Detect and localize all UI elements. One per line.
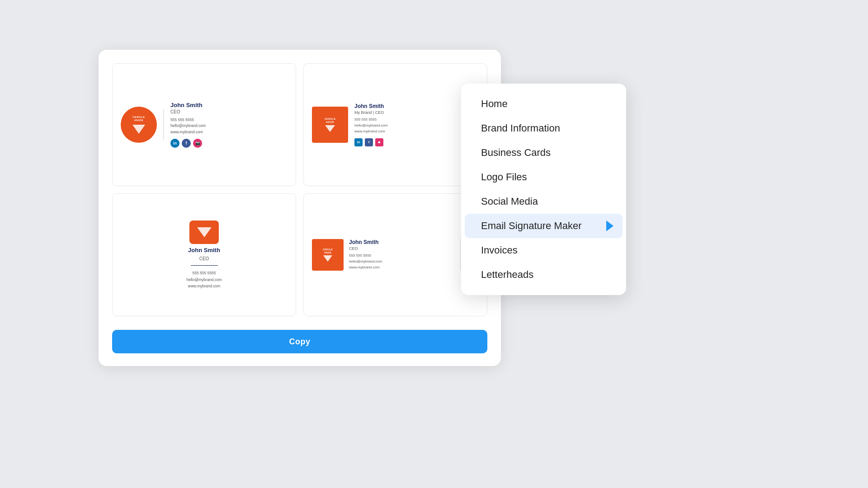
card4-phone: 555 555 5555 [349, 253, 455, 259]
card1-linkedin-icon: in [170, 139, 179, 148]
card1-phone: 555 555 5555 [170, 117, 288, 123]
card3-phone: 555 555 5555 [186, 270, 222, 276]
card2-phone: 555 555 5555 [354, 117, 479, 123]
card2-logo-text: CERULEANIZE [324, 117, 335, 124]
card3-title: CEO [199, 256, 209, 261]
card2-website: www.mybrand.com [354, 129, 479, 135]
card2-brand-title: My Brand | CEO [354, 110, 479, 115]
card1-divider [163, 109, 164, 141]
card1-instagram-icon: 📷 [193, 139, 202, 148]
card1-name: John Smith [170, 102, 288, 108]
menu-item-invoices[interactable]: Invoices [465, 238, 623, 263]
card-preview-3[interactable]: John Smith CEO 555 555 5555 hello@mybran… [112, 193, 296, 316]
card3-email: hello@mybrand.com [186, 277, 222, 283]
logo-triangle-4 [323, 255, 332, 262]
card4-website: www.mybrand.com [349, 265, 455, 271]
card3-website: www.mybrand.com [186, 283, 222, 289]
card4-email: hello@mybrand.com [349, 259, 455, 265]
card-preview-2[interactable]: CERULEANIZE John Smith My Brand | CEO 55… [303, 63, 487, 186]
card4-logo: CERULEANIZE [312, 239, 344, 271]
menu-item-logo-files[interactable]: Logo Files [465, 165, 623, 189]
card2-info: John Smith My Brand | CEO 555 555 5555 h… [354, 103, 479, 146]
card1-logo: CERULEANIZE [121, 107, 157, 143]
card3-divider [191, 265, 218, 266]
card2-linkedin-icon: in [354, 138, 363, 146]
card1-info: John Smith CEO 555 555 5555 hello@mybran… [170, 102, 288, 148]
logo-triangle-1 [132, 125, 145, 134]
card4-info: John Smith CEO 555 555 5555 hello@mybran… [349, 239, 455, 270]
card2-instagram-icon: ■ [375, 138, 383, 146]
copy-button[interactable]: Copy [112, 330, 487, 353]
card-preview-1[interactable]: CERULEANIZE John Smith CEO 555 555 5555 … [112, 63, 296, 186]
card4-logo-text: CERULEANIZE [323, 248, 333, 254]
logo-triangle-3 [197, 227, 212, 237]
card4-divider [460, 239, 461, 271]
card2-logo: CERULEANIZE [312, 107, 348, 143]
menu-item-brand-information[interactable]: Brand Information [465, 116, 623, 141]
card1-website: www.mybrand.com [170, 129, 288, 136]
card2-facebook-icon: f [365, 138, 373, 146]
card3-name: John Smith [188, 247, 220, 253]
business-cards-grid: CERULEANIZE John Smith CEO 555 555 5555 … [112, 63, 487, 316]
dropdown-menu: Home Brand Information Business Cards Lo… [461, 84, 626, 295]
card3-logo [189, 221, 219, 244]
logo-triangle-2 [325, 125, 335, 132]
card2-email: hello@mybrand.com [354, 123, 479, 129]
card1-socials: in f 📷 [170, 139, 288, 148]
card2-contact: 555 555 5555 hello@mybrand.com www.mybra… [354, 117, 479, 134]
card3-inner: John Smith CEO 555 555 5555 hello@mybran… [121, 221, 288, 290]
card2-socials: in f ■ [354, 138, 479, 146]
card4-contact: 555 555 5555 hello@mybrand.com www.mybra… [349, 253, 455, 270]
card1-contact: 555 555 5555 hello@mybrand.com www.mybra… [170, 117, 288, 136]
card1-email: hello@mybrand.com [170, 123, 288, 129]
menu-item-home[interactable]: Home [465, 92, 623, 116]
card1-title: CEO [170, 109, 288, 114]
card4-title: CEO [349, 246, 455, 251]
card4-inner: CERULEANIZE John Smith CEO 555 555 5555 … [312, 239, 479, 271]
card1-facebook-icon: f [182, 139, 191, 148]
main-card: CERULEANIZE John Smith CEO 555 555 5555 … [99, 50, 501, 366]
card-preview-4[interactable]: CERULEANIZE John Smith CEO 555 555 5555 … [303, 193, 487, 316]
card1-inner: CERULEANIZE John Smith CEO 555 555 5555 … [121, 102, 288, 148]
card2-inner: CERULEANIZE John Smith My Brand | CEO 55… [312, 103, 479, 146]
card4-name: John Smith [349, 239, 455, 245]
card1-logo-text: CERULEANIZE [132, 116, 145, 122]
menu-item-social-media[interactable]: Social Media [465, 189, 623, 214]
menu-item-email-signature-maker[interactable]: Email Signature Maker [465, 214, 623, 238]
card2-name: John Smith [354, 103, 479, 109]
menu-item-letterheads[interactable]: Letterheads [465, 263, 623, 287]
menu-item-business-cards[interactable]: Business Cards [465, 141, 623, 165]
card3-contact: 555 555 5555 hello@mybrand.com www.mybra… [186, 270, 222, 289]
